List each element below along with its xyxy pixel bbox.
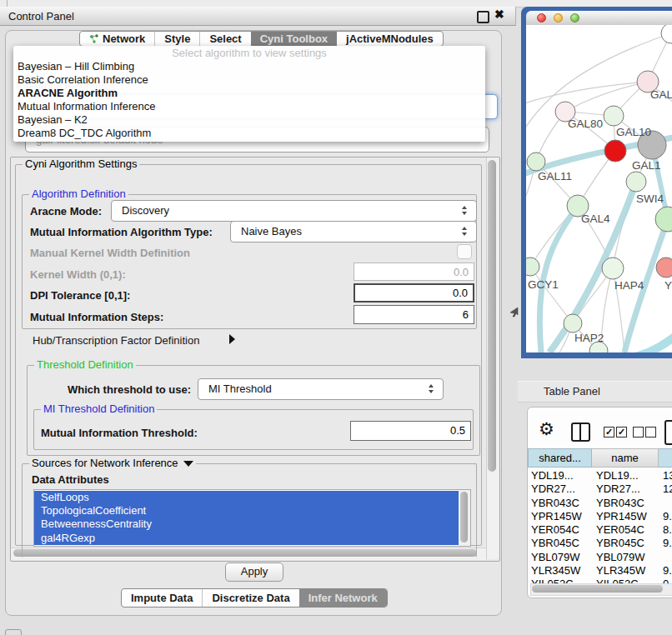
network-node-label: GAL4 xyxy=(581,212,610,225)
table-row[interactable]: YER054CYER054C8. xyxy=(528,523,672,537)
network-node-label: GAL80 xyxy=(568,118,603,130)
attribute-list-vscrollbar-thumb[interactable] xyxy=(460,492,468,542)
network-node[interactable] xyxy=(564,314,582,332)
columns-icon[interactable] xyxy=(571,422,590,442)
network-node-label: GAL10 xyxy=(616,126,651,138)
bottom-tabbar: Impute Data Discretize Data Infer Networ… xyxy=(121,588,388,608)
select-all-icon[interactable]: ✓ xyxy=(604,427,614,438)
network-node[interactable] xyxy=(661,25,672,43)
table-row[interactable]: YBL079WYBL079W xyxy=(528,551,672,564)
dropdown-item[interactable]: Dream8 DC_TDC Algorithm xyxy=(13,127,485,140)
data-attributes-label: Data Attributes xyxy=(32,473,109,486)
network-node[interactable] xyxy=(604,106,624,126)
aracne-mode-label: Aracne Mode: xyxy=(30,205,102,218)
network-node-label: HAP4 xyxy=(614,279,644,292)
network-node[interactable] xyxy=(527,152,545,171)
apply-button[interactable]: Apply xyxy=(225,562,283,582)
dpi-tolerance-field[interactable]: 0.0 xyxy=(354,283,474,302)
tab-style-label: Style xyxy=(164,32,190,45)
mi-threshold-title: MI Threshold Definition xyxy=(41,403,157,415)
tab-discretize-data-label: Discretize Data xyxy=(212,592,289,604)
mouse-cursor xyxy=(508,306,519,318)
close-window-icon[interactable] xyxy=(537,13,546,22)
table-panel-titlebar: Table Panel xyxy=(518,381,672,402)
network-node[interactable] xyxy=(656,258,672,278)
column-header-name[interactable]: name xyxy=(592,448,659,468)
column-header-shared[interactable]: shared... xyxy=(528,448,592,468)
collapse-arrow-icon[interactable] xyxy=(183,461,193,467)
tab-jactivemnodules[interactable]: jActiveMNodules xyxy=(337,32,443,46)
dropdown-item[interactable]: ARACNE Algorithm xyxy=(13,87,485,100)
table-row[interactable]: YDL19...YDL19...13 xyxy=(528,469,672,482)
dropdown-item[interactable]: Bayesian – Hill Climbing xyxy=(13,60,485,73)
tab-impute-data[interactable]: Impute Data xyxy=(122,589,202,607)
spinner-arrows-icon xyxy=(429,384,435,393)
network-edge[interactable] xyxy=(530,267,573,323)
attribute-list-item[interactable]: SelfLoops xyxy=(34,491,459,504)
tab-network[interactable]: Network xyxy=(80,32,154,46)
dropdown-item[interactable]: Mutual Information Inference xyxy=(13,100,485,113)
close-panel-icon[interactable]: ✖ xyxy=(494,8,504,21)
attribute-list-item[interactable]: TopologicalCoefficient xyxy=(34,504,459,518)
which-threshold-combobox[interactable]: MI Threshold xyxy=(198,378,444,400)
network-node-label: GAL1 xyxy=(632,159,661,172)
table-row[interactable]: YDR27...YDR27...12 xyxy=(528,482,672,496)
control-panel-tabbar: Network Style Select Cyni Toolbox jActiv… xyxy=(79,31,444,47)
network-canvas[interactable]: GALGAL80GAL10GAL1GAL11SWI4GAL4GCY1HAP4YH… xyxy=(526,25,672,352)
float-window-icon[interactable] xyxy=(477,11,489,23)
mi-steps-field[interactable]: 6 xyxy=(354,305,474,324)
tab-impute-data-label: Impute Data xyxy=(131,592,193,604)
tab-infer-network-label: Infer Network xyxy=(308,592,378,604)
network-node-label: GAL xyxy=(650,88,672,101)
minimize-window-icon[interactable] xyxy=(554,13,563,22)
tab-cyni-toolbox[interactable]: Cyni Toolbox xyxy=(251,32,337,46)
kernel-width-field[interactable]: 0.0 xyxy=(354,262,474,281)
which-threshold-label: Which threshold to use: xyxy=(68,383,191,396)
column-header-extra[interactable] xyxy=(659,448,672,468)
select-all-icon2[interactable]: ✓ xyxy=(616,427,627,438)
which-threshold-value: MI Threshold xyxy=(208,382,272,395)
aracne-mode-combobox[interactable]: Discovery xyxy=(111,200,477,222)
network-node-label: GCY1 xyxy=(528,278,559,291)
apply-button-label: Apply xyxy=(241,565,268,578)
screenshot-root: { "window": { "title": "Control Panel" }… xyxy=(0,0,672,635)
table-row[interactable]: YBR043CYBR043C xyxy=(528,497,672,510)
deselect-all-icon[interactable] xyxy=(633,427,644,438)
tab-style[interactable]: Style xyxy=(154,32,199,46)
dropdown-item[interactable]: Bayesian – K2 xyxy=(13,113,485,127)
expand-arrow-icon[interactable] xyxy=(229,334,235,344)
network-node[interactable] xyxy=(655,207,672,232)
attribute-list-item[interactable]: gal4RGexp xyxy=(34,532,459,545)
network-node[interactable] xyxy=(526,258,539,276)
attribute-list-item[interactable]: BetweennessCentrality xyxy=(34,518,459,531)
tab-select[interactable]: Select xyxy=(199,32,250,46)
tab-select-label: Select xyxy=(209,32,241,45)
dropdown-prompt: Select algorithm to view settings xyxy=(13,46,485,60)
tab-infer-network[interactable]: Infer Network xyxy=(299,589,387,607)
network-node[interactable] xyxy=(604,140,626,162)
network-node-label: HAP2 xyxy=(574,332,604,344)
mi-threshold-field[interactable]: 0.5 xyxy=(350,421,471,441)
table-hscrollbar-thumb[interactable] xyxy=(532,585,663,592)
table-row[interactable]: YPR145WYPR145W9. xyxy=(528,510,672,523)
deselect-all-icon2[interactable] xyxy=(645,427,656,438)
mi-steps-value: 6 xyxy=(463,308,469,321)
settings-vscrollbar-thumb[interactable] xyxy=(488,160,496,472)
gear-icon[interactable]: ⚙ xyxy=(539,419,554,439)
dropdown-item[interactable]: Basic Correlation Inference xyxy=(13,73,485,87)
algorithm-dropdown: Select algorithm to view settings Bayesi… xyxy=(13,46,485,142)
dock-grip-icon[interactable] xyxy=(5,629,22,635)
zoom-window-icon[interactable] xyxy=(570,13,579,22)
network-icon xyxy=(89,34,99,44)
network-node[interactable] xyxy=(602,258,624,279)
hub-definition-label[interactable]: Hub/Transcription Factor Definition xyxy=(33,334,199,347)
mi-type-combobox[interactable]: Naive Bayes xyxy=(230,221,477,242)
table-mode-icon[interactable] xyxy=(664,420,672,445)
table-row[interactable]: YBR045CYBR045C9. xyxy=(528,537,672,550)
network-node[interactable] xyxy=(626,172,646,192)
manual-kernel-checkbox[interactable] xyxy=(457,244,472,259)
network-window-titlebar[interactable] xyxy=(526,11,672,26)
table-row[interactable]: YLR345WYLR345W9. xyxy=(528,564,672,578)
algorithm-definition-title: Algorithm Definition xyxy=(29,188,128,200)
tab-discretize-data[interactable]: Discretize Data xyxy=(202,589,298,607)
